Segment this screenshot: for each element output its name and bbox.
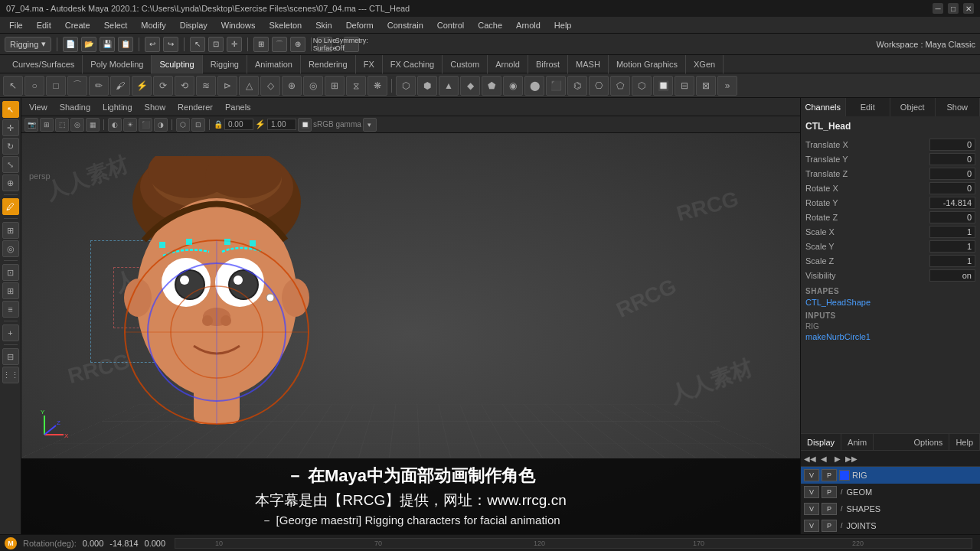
- shelf-icon-select[interactable]: ↖: [3, 76, 23, 96]
- shelf-tab-rendering[interactable]: Rendering: [301, 55, 356, 73]
- menu-skin[interactable]: Skin: [309, 19, 338, 31]
- shelf-icon-3d13[interactable]: 🔲: [653, 76, 673, 96]
- shelf-tab-xgen[interactable]: XGen: [686, 55, 724, 73]
- layer-v-btn-rig[interactable]: V: [804, 469, 819, 481]
- vp-menu-panels[interactable]: Panels: [222, 102, 254, 112]
- layer-p-btn-rig[interactable]: P: [822, 469, 837, 481]
- shelf-icon-tool6[interactable]: △: [239, 76, 259, 96]
- shelf-tab-curves[interactable]: Curves/Surfaces: [5, 55, 83, 73]
- tool-layer[interactable]: ≡: [2, 301, 19, 318]
- vp-menu-lighting[interactable]: Lighting: [100, 102, 136, 112]
- shelf-icon-more[interactable]: »: [717, 76, 737, 96]
- visibility-value[interactable]: on: [929, 269, 975, 282]
- scale-x-value[interactable]: 1: [929, 226, 975, 238]
- shelf-tab-bifrost[interactable]: Bifrost: [528, 55, 568, 73]
- menu-create[interactable]: Create: [59, 19, 96, 31]
- close-button[interactable]: ✕: [963, 3, 974, 14]
- menu-modify[interactable]: Modify: [135, 19, 172, 31]
- layer-row-shapes[interactable]: V P / SHAPES: [801, 500, 980, 517]
- layer-tab-help[interactable]: Help: [949, 434, 980, 450]
- shelf-icon-tool9[interactable]: ◎: [303, 76, 323, 96]
- shelf-icon-tool4[interactable]: ≋: [196, 76, 216, 96]
- shelf-tab-arnold[interactable]: Arnold: [488, 55, 528, 73]
- snap-point-btn[interactable]: ⊕: [290, 37, 305, 52]
- vp-menu-renderer[interactable]: Renderer: [175, 102, 216, 112]
- shelf-icon-tool11[interactable]: ⧖: [346, 76, 366, 96]
- shelf-icon-3d15[interactable]: ⊠: [696, 76, 716, 96]
- tab-channels[interactable]: Channels: [801, 98, 846, 116]
- menu-select[interactable]: Select: [98, 19, 134, 31]
- rotate-z-value[interactable]: 0: [929, 211, 975, 223]
- vp-value2-field[interactable]: 1.00: [267, 119, 296, 130]
- lasso-select-btn[interactable]: ⊡: [208, 37, 224, 52]
- vp-smooth-btn[interactable]: ◎: [70, 118, 84, 132]
- menu-constrain[interactable]: Constrain: [381, 19, 430, 31]
- layer-fwd-btn[interactable]: ▶▶: [845, 452, 858, 465]
- vp-gamma-dropdown[interactable]: ▾: [363, 118, 377, 132]
- shelf-tab-poly[interactable]: Poly Modeling: [83, 55, 152, 73]
- shelf-icon-square[interactable]: □: [46, 76, 66, 96]
- shelf-tab-custom[interactable]: Custom: [443, 55, 488, 73]
- layer-tab-anim[interactable]: Anim: [841, 434, 874, 450]
- shelf-icon-3d9[interactable]: ⌬: [567, 76, 587, 96]
- rotate-x-value[interactable]: 0: [929, 182, 975, 194]
- shelf-icon-tool2[interactable]: ⟳: [153, 76, 173, 96]
- shelf-icon-3d11[interactable]: ⬠: [610, 76, 630, 96]
- vp-gamma-btn[interactable]: 🔲: [298, 118, 312, 132]
- menu-skeleton[interactable]: Skeleton: [263, 19, 308, 31]
- layer-row-geom[interactable]: V P / GEOM: [801, 484, 980, 500]
- shelf-icon-3d1[interactable]: ⬡: [396, 76, 416, 96]
- new-scene-btn[interactable]: 📄: [63, 37, 78, 52]
- shelf-icon-circle[interactable]: ○: [24, 76, 44, 96]
- menu-edit[interactable]: Edit: [31, 19, 57, 31]
- scale-z-value[interactable]: 1: [929, 255, 975, 267]
- tab-object[interactable]: Object: [890, 98, 936, 116]
- shape-item[interactable]: CTL_HeadShape: [805, 298, 975, 307]
- menu-file[interactable]: File: [3, 19, 29, 31]
- shelf-icon-curve[interactable]: ⌒: [67, 76, 87, 96]
- layer-v-btn-geom[interactable]: V: [804, 486, 819, 498]
- shelf-icon-tool12[interactable]: ❋: [368, 76, 387, 96]
- save-as-btn[interactable]: 📋: [118, 37, 133, 52]
- shelf-icon-3d5[interactable]: ⬟: [482, 76, 501, 96]
- vp-shading-btn[interactable]: ◐: [108, 118, 122, 132]
- viewport[interactable]: View Shading Lighting Show Renderer Pane…: [21, 98, 800, 534]
- vp-menu-show[interactable]: Show: [142, 102, 169, 112]
- workspace-mode-dropdown[interactable]: Rigging ▾: [5, 37, 51, 52]
- layer-p-btn-joints[interactable]: P: [822, 520, 837, 532]
- vp-tex-btn[interactable]: ▦: [86, 118, 100, 132]
- menu-cache[interactable]: Cache: [472, 19, 508, 31]
- snap-curve-btn[interactable]: ⌒: [272, 37, 287, 52]
- vp-ao-btn[interactable]: ◑: [154, 118, 168, 132]
- shelf-tab-animation[interactable]: Animation: [247, 55, 301, 73]
- maximize-button[interactable]: □: [948, 3, 959, 14]
- tool-rotate[interactable]: ↻: [2, 138, 19, 155]
- shelf-icon-3d10[interactable]: ⎔: [589, 76, 609, 96]
- undo-btn[interactable]: ↩: [145, 37, 160, 52]
- move-tool-btn[interactable]: ✛: [227, 37, 242, 52]
- vp-iso-btn[interactable]: ⬡: [176, 118, 190, 132]
- tool-select[interactable]: ↖: [2, 101, 19, 118]
- shelf-icon-3d12[interactable]: ⬡: [632, 76, 652, 96]
- tool-misc1[interactable]: ⊟: [2, 348, 19, 365]
- vp-wire-btn[interactable]: ⬚: [55, 118, 69, 132]
- shelf-tab-rigging[interactable]: Rigging: [203, 55, 247, 73]
- layer-p-btn-geom[interactable]: P: [822, 486, 837, 498]
- rotate-y-value[interactable]: -14.814: [929, 197, 975, 209]
- tool-add[interactable]: +: [2, 324, 19, 341]
- open-scene-btn[interactable]: 📂: [81, 37, 96, 52]
- shelf-icon-tool5[interactable]: ⊳: [217, 76, 237, 96]
- tool-misc2[interactable]: ⋮⋮: [2, 367, 19, 383]
- tab-edit[interactable]: Edit: [846, 98, 891, 116]
- tool-move[interactable]: ✛: [2, 119, 19, 136]
- minimize-button[interactable]: ─: [933, 3, 943, 14]
- shelf-icon-tool10[interactable]: ⊞: [325, 76, 345, 96]
- shelf-tab-fxcaching[interactable]: FX Caching: [383, 55, 443, 73]
- layer-v-btn-shapes[interactable]: V: [804, 503, 819, 515]
- shelf-tab-fx[interactable]: FX: [356, 55, 383, 73]
- layer-prev-btn[interactable]: ◀: [818, 452, 830, 465]
- shelf-icon-pen[interactable]: ✏: [89, 76, 109, 96]
- tool-soft[interactable]: ◎: [2, 240, 19, 257]
- layer-row-joints[interactable]: V P / JOINTS: [801, 517, 980, 534]
- translate-x-value[interactable]: 0: [929, 139, 975, 151]
